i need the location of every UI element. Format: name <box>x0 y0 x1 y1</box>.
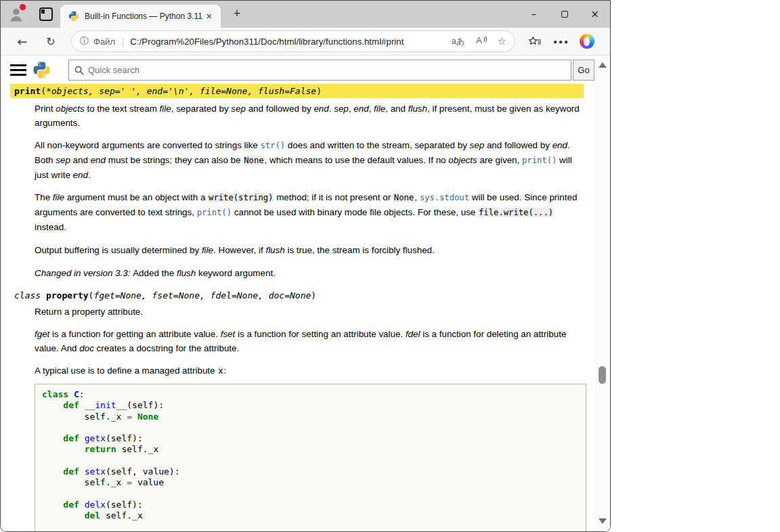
scroll-up-icon[interactable] <box>599 62 607 68</box>
page-info-icon[interactable]: ⓘ <box>80 35 89 47</box>
address-bar[interactable]: ⓘ Файл | C:/Program%20Files/Python311/Do… <box>71 30 515 52</box>
text-segment: (self): <box>106 500 143 510</box>
scrollbar[interactable] <box>595 56 610 531</box>
screen: Built-in Functions — Python 3.11. × + – … <box>0 0 780 532</box>
text-segment: None <box>137 412 158 422</box>
translate-icon[interactable]: аあ <box>452 36 465 47</box>
text-segment: Return a property attribute. <box>35 307 143 317</box>
text-segment: end <box>552 140 567 150</box>
text-segment: ( <box>41 86 46 96</box>
text-segment: sep <box>334 104 349 114</box>
text-segment: fdel <box>406 329 420 339</box>
text-segment: creates a docstring for the attribute. <box>94 343 239 353</box>
docs-header: Go <box>1 56 595 81</box>
text-segment: are given, <box>477 155 522 165</box>
text-segment: keyword argument. <box>196 268 276 278</box>
text-segment: and <box>70 155 91 165</box>
code-line <box>42 489 579 500</box>
text-segment: instead. <box>35 222 66 232</box>
tab-close-icon[interactable]: × <box>203 10 215 22</box>
profile-avatar[interactable] <box>7 5 25 23</box>
refresh-icon[interactable]: ↻ <box>41 35 60 48</box>
text-segment: The <box>35 192 53 202</box>
text-segment: Added the <box>133 268 177 278</box>
code-line <box>42 422 579 433</box>
quick-search-box <box>68 60 571 81</box>
favorite-star-icon[interactable]: ☆ <box>498 35 506 47</box>
page-viewport: Go print(*objects, sep=' ', end='\n', fi… <box>1 56 610 531</box>
scrollbar-thumb[interactable] <box>599 366 606 384</box>
maximize-icon <box>561 11 568 18</box>
text-segment: and followed by <box>246 104 314 114</box>
search-icon <box>74 66 84 75</box>
text-segment: def <box>63 466 84 476</box>
text-segment: A typical use is to define a managed att… <box>35 365 217 376</box>
text-segment: and followed by <box>484 140 552 150</box>
text-segment: sep <box>470 140 485 150</box>
code-line <box>42 456 579 466</box>
text-segment: property <box>46 290 89 301</box>
text-segment: to the text stream <box>85 104 160 114</box>
more-options-icon[interactable]: ●●● <box>553 38 569 45</box>
text-segment: *objects, sep=' ', end='\n', file=None, … <box>46 86 316 96</box>
copilot-icon[interactable] <box>580 34 594 49</box>
text-segment: self._x <box>42 412 127 422</box>
inline-code-link[interactable]: print() <box>197 208 232 217</box>
text-segment: is a function for setting an attribute v… <box>235 329 406 339</box>
text-segment: value <box>132 477 164 487</box>
address-divider: | <box>122 37 124 47</box>
back-icon[interactable]: ← <box>13 35 32 49</box>
text-segment <box>42 510 85 520</box>
paragraph: A typical use is to define a managed att… <box>35 363 581 378</box>
favorites-hub-icon[interactable] <box>528 36 542 47</box>
text-segment: flush <box>408 104 427 114</box>
text-segment: fget <box>35 329 49 339</box>
text-segment: , <box>369 104 374 114</box>
go-button[interactable]: Go <box>573 60 594 81</box>
browser-tab[interactable]: Built-in Functions — Python 3.11. × <box>60 5 221 28</box>
text-segment: class <box>14 290 46 301</box>
tab-actions-icon[interactable] <box>39 7 53 21</box>
text-segment: : <box>79 389 85 399</box>
quick-search-input[interactable] <box>88 65 565 75</box>
text-segment: , <box>414 192 419 202</box>
tab-strip: Built-in Functions — Python 3.11. × + – … <box>1 1 610 28</box>
read-aloud-icon[interactable]: A <box>475 35 488 48</box>
text-segment: . <box>88 170 91 180</box>
text-segment: , separated by <box>171 104 232 114</box>
url-scheme-chip: Файл <box>93 37 115 47</box>
changed-in-version-note: Changed in version 3.3: Added the flush … <box>35 266 581 280</box>
paragraph: Return a property attribute. <box>35 305 581 319</box>
inline-code-link[interactable]: print() <box>522 156 557 165</box>
close-button[interactable]: × <box>580 1 610 28</box>
text-segment <box>42 500 63 510</box>
text-segment <box>42 444 85 454</box>
url-text[interactable]: C:/Program%20Files/Python311/Doc/html/li… <box>130 37 441 47</box>
browser-window: Built-in Functions — Python 3.11. × + – … <box>0 0 611 532</box>
inline-code-link[interactable]: str() <box>260 141 285 150</box>
text-segment <box>132 412 137 422</box>
text-segment: end <box>91 155 106 165</box>
code-line: return self._x <box>42 444 579 455</box>
code-line: class C: <box>42 389 579 400</box>
text-segment: print <box>14 86 41 96</box>
tab-title: Built-in Functions — Python 3.11. <box>85 12 203 21</box>
inline-code-link[interactable]: sys.stdout <box>420 193 469 202</box>
browser-toolbar: ← ↻ ⓘ Файл | C:/Program%20Files/Python31… <box>1 28 610 56</box>
window-controls: – × <box>519 1 610 28</box>
text-segment: is a function for getting an attribute v… <box>49 329 220 339</box>
maximize-button[interactable] <box>549 1 580 28</box>
code-line: def delx(self): <box>42 500 579 510</box>
menu-icon[interactable] <box>10 64 26 76</box>
text-segment: (self, value): <box>106 466 180 476</box>
scroll-down-icon[interactable] <box>599 518 607 524</box>
new-tab-button[interactable]: + <box>230 7 244 22</box>
code-line: def getx(self): <box>42 433 579 444</box>
text-segment: (self): <box>106 433 143 443</box>
text-segment: , and <box>385 104 408 114</box>
text-segment: Changed in version 3.3: <box>35 268 133 278</box>
minimize-button[interactable]: – <box>519 1 549 28</box>
text-segment: return <box>85 444 116 454</box>
text-segment: file <box>202 245 213 255</box>
text-segment: fset <box>221 329 236 339</box>
